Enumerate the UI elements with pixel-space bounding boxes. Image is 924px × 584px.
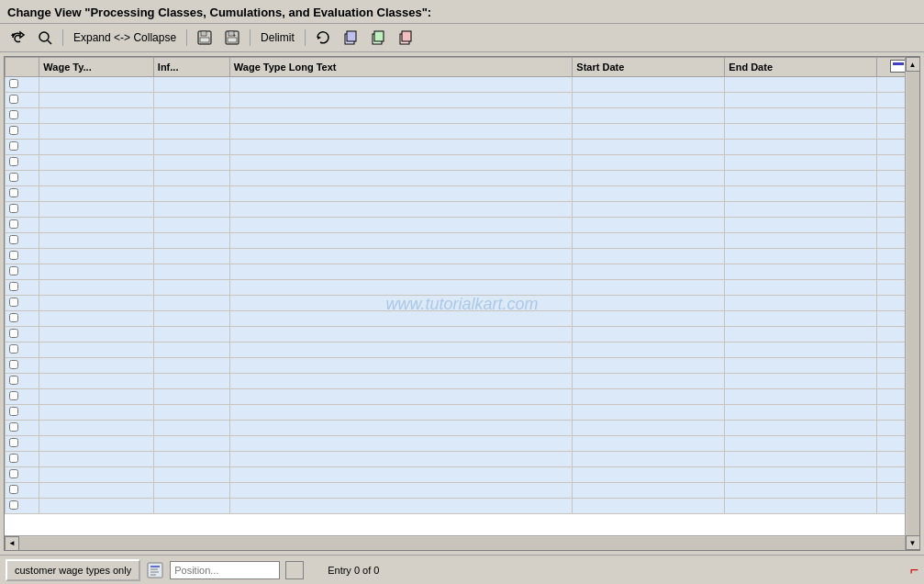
- delimit-button[interactable]: Delimit: [256, 29, 299, 46]
- row-checkbox-21[interactable]: [6, 405, 39, 421]
- row-wagetype-11: [39, 249, 154, 264]
- row-checkbox-8[interactable]: [6, 202, 39, 218]
- row-info-18: [153, 358, 229, 374]
- scroll-track-v[interactable]: [907, 72, 919, 535]
- row-checkbox-input-14[interactable]: [9, 298, 18, 307]
- row-wagetype-22: [39, 421, 154, 436]
- row-checkbox-input-8[interactable]: [9, 204, 18, 213]
- row-checkbox-input-6[interactable]: [9, 173, 18, 182]
- row-checkbox-input-27[interactable]: [9, 500, 18, 510]
- row-checkbox-input-12[interactable]: [9, 266, 18, 275]
- row-checkbox-input-2[interactable]: [9, 110, 18, 119]
- row-checkbox-input-16[interactable]: [9, 329, 18, 338]
- refresh-button[interactable]: [311, 28, 335, 48]
- row-wagetype-0: [39, 77, 154, 93]
- row-checkbox-2[interactable]: [6, 108, 39, 124]
- row-checkbox-27[interactable]: [6, 499, 39, 514]
- row-checkbox-input-15[interactable]: [9, 313, 18, 322]
- delimit-label: Delimit: [261, 31, 295, 44]
- row-checkbox-5[interactable]: [6, 155, 39, 171]
- row-checkbox-input-1[interactable]: [9, 95, 18, 104]
- row-wagetype-1: [39, 93, 154, 108]
- position-icon[interactable]: [146, 561, 164, 579]
- row-checkbox-input-18[interactable]: [9, 360, 18, 369]
- row-checkbox-input-25[interactable]: [9, 469, 18, 478]
- row-longtext-11: [229, 249, 573, 264]
- svg-rect-16: [148, 563, 162, 578]
- row-checkbox-input-10[interactable]: [9, 235, 18, 244]
- row-checkbox-input-9[interactable]: [9, 219, 18, 229]
- copy-button-2[interactable]: [366, 28, 390, 48]
- row-checkbox-17[interactable]: [6, 343, 39, 358]
- row-checkbox-15[interactable]: [6, 311, 39, 327]
- row-checkbox-24[interactable]: [6, 452, 39, 467]
- find-button[interactable]: [33, 28, 57, 48]
- row-checkbox-13[interactable]: [6, 280, 39, 296]
- row-checkbox-14[interactable]: [6, 296, 39, 311]
- row-checkbox-input-17[interactable]: [9, 344, 18, 354]
- row-startdate-26: [573, 483, 725, 499]
- row-checkbox-1[interactable]: [6, 93, 39, 108]
- save-button-1[interactable]: [193, 28, 217, 48]
- table-row: [6, 249, 919, 264]
- row-checkbox-25[interactable]: [6, 467, 39, 483]
- expand-collapse-button[interactable]: Expand <-> Collapse: [69, 29, 181, 46]
- row-checkbox-7[interactable]: [6, 186, 39, 202]
- row-checkbox-22[interactable]: [6, 421, 39, 436]
- separator-4: [305, 29, 306, 46]
- row-checkbox-19[interactable]: [6, 374, 39, 389]
- row-checkbox-9[interactable]: [6, 218, 39, 233]
- row-checkbox-input-4[interactable]: [9, 141, 18, 151]
- undo-button[interactable]: [6, 28, 29, 48]
- row-enddate-25: [725, 467, 877, 483]
- row-checkbox-input-23[interactable]: [9, 438, 18, 447]
- row-enddate-10: [725, 233, 877, 249]
- row-checkbox-input-20[interactable]: [9, 391, 18, 400]
- copy-button-3[interactable]: [394, 28, 417, 48]
- row-checkbox-input-11[interactable]: [9, 251, 18, 260]
- table-row: [6, 327, 919, 343]
- scroll-track-h[interactable]: [19, 537, 905, 550]
- row-checkbox-input-13[interactable]: [9, 282, 18, 291]
- row-checkbox-10[interactable]: [6, 233, 39, 249]
- row-checkbox-12[interactable]: [6, 264, 39, 280]
- save-button-2[interactable]: +: [220, 28, 244, 48]
- scroll-left-button[interactable]: ◄: [5, 536, 19, 551]
- row-checkbox-20[interactable]: [6, 389, 39, 405]
- copy-icon-1: [342, 29, 359, 46]
- row-checkbox-3[interactable]: [6, 124, 39, 140]
- row-checkbox-11[interactable]: [6, 249, 39, 264]
- row-checkbox-18[interactable]: [6, 358, 39, 374]
- table-row: [6, 124, 919, 140]
- row-checkbox-16[interactable]: [6, 327, 39, 343]
- customer-wage-types-button[interactable]: customer wage types only: [6, 559, 140, 581]
- row-checkbox-input-21[interactable]: [9, 407, 18, 416]
- row-wagetype-10: [39, 233, 154, 249]
- row-checkbox-input-22[interactable]: [9, 422, 18, 432]
- row-checkbox-26[interactable]: [6, 483, 39, 499]
- row-checkbox-input-19[interactable]: [9, 376, 18, 385]
- table-row: [6, 358, 919, 374]
- position-input[interactable]: [170, 561, 280, 579]
- row-checkbox-input-7[interactable]: [9, 188, 18, 197]
- row-wagetype-27: [39, 499, 154, 514]
- position-slider[interactable]: [285, 561, 304, 579]
- row-checkbox-0[interactable]: [6, 77, 39, 93]
- row-checkbox-input-0[interactable]: [9, 79, 18, 88]
- scroll-up-button[interactable]: ▲: [906, 57, 920, 72]
- row-enddate-15: [725, 311, 877, 327]
- copy-button-1[interactable]: [339, 28, 362, 48]
- row-checkbox-4[interactable]: [6, 140, 39, 155]
- svg-point-0: [39, 32, 49, 41]
- row-startdate-15: [573, 311, 725, 327]
- find-icon: [37, 29, 53, 46]
- row-startdate-17: [573, 343, 725, 358]
- row-wagetype-6: [39, 171, 154, 186]
- row-checkbox-input-24[interactable]: [9, 454, 18, 463]
- row-checkbox-input-3[interactable]: [9, 126, 18, 135]
- row-startdate-8: [573, 202, 725, 218]
- row-checkbox-6[interactable]: [6, 171, 39, 186]
- row-checkbox-input-26[interactable]: [9, 485, 18, 494]
- row-checkbox-input-5[interactable]: [9, 157, 18, 166]
- row-checkbox-23[interactable]: [6, 436, 39, 452]
